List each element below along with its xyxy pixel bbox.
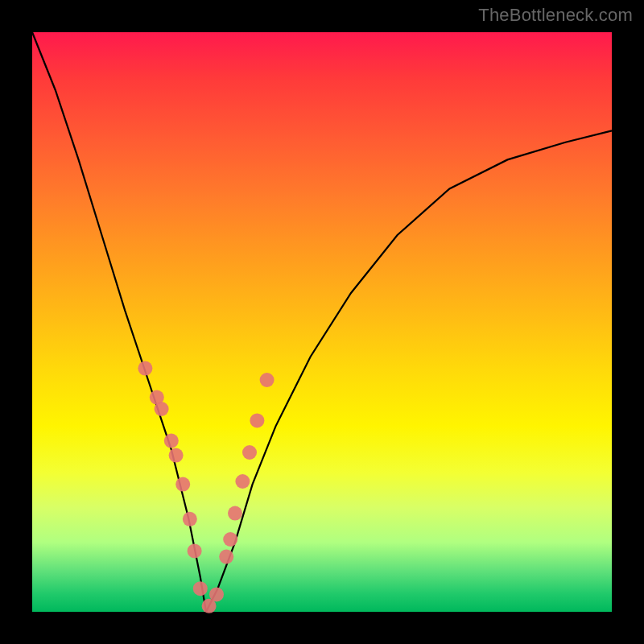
marker-dot: [242, 445, 257, 460]
marker-dot: [235, 474, 250, 489]
chart-frame: TheBottleneck.com: [0, 0, 644, 644]
marker-dot: [250, 413, 264, 427]
marker-group: [138, 361, 274, 613]
curve-layer: [32, 32, 612, 612]
marker-dot: [155, 402, 169, 416]
marker-dot: [188, 543, 202, 558]
marker-dot: [175, 477, 190, 492]
marker-dot: [169, 448, 184, 463]
marker-dot: [223, 532, 237, 547]
bottleneck-curve: [32, 32, 612, 612]
marker-dot: [219, 550, 233, 564]
plot-area: [32, 32, 612, 612]
marker-dot: [209, 587, 224, 601]
marker-dot: [183, 512, 197, 526]
marker-dot: [260, 373, 275, 387]
watermark-text: TheBottleneck.com: [478, 5, 633, 26]
marker-dot: [193, 581, 208, 596]
marker-dot: [138, 361, 152, 376]
marker-dot: [164, 434, 179, 448]
marker-dot: [228, 506, 242, 521]
